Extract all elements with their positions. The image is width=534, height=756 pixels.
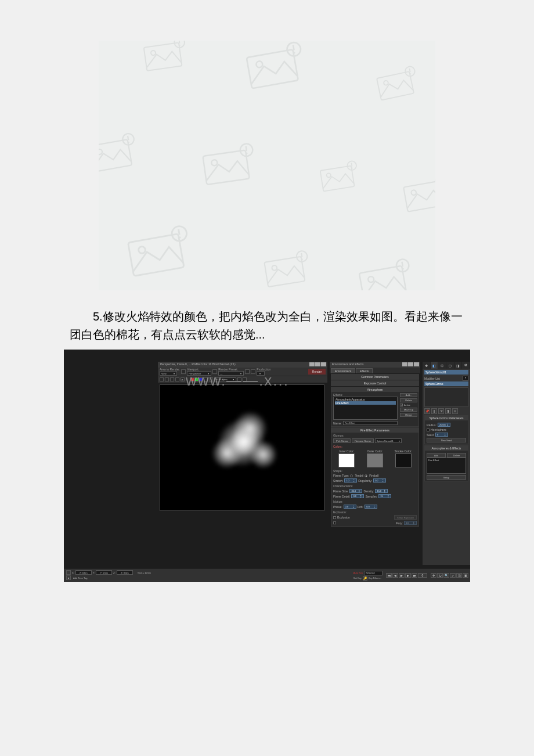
- minimize-icon[interactable]: [402, 362, 407, 366]
- save-image-icon[interactable]: [160, 377, 164, 381]
- transform-type-in-icon[interactable]: [66, 570, 71, 575]
- explosion-checkbox[interactable]: [333, 516, 336, 519]
- smoke-checkbox[interactable]: [333, 521, 336, 524]
- rollout-atmosphere[interactable]: Atmosphere: [331, 387, 418, 392]
- add-time-tag-label[interactable]: Add Time Tag: [73, 577, 87, 579]
- svg-point-1: [150, 51, 156, 56]
- rollout-sphere-gizmo-parameters[interactable]: Sphere Gizmo Parameters: [425, 416, 468, 420]
- tab-motion-icon[interactable]: ◷: [446, 362, 454, 369]
- tab-display-icon[interactable]: ◨: [454, 362, 463, 369]
- setup-atmos-button[interactable]: Setup: [427, 475, 466, 480]
- characteristics-label: Characteristics:: [333, 484, 417, 488]
- setup-explosion-button[interactable]: Setup Explosion: [394, 515, 417, 520]
- gizmo-dropdown[interactable]: SphereGizmo01▾: [375, 438, 402, 443]
- rollout-exposure-control[interactable]: Exposure Control: [331, 381, 418, 386]
- radio-tendril[interactable]: [350, 474, 353, 477]
- coord-y-input[interactable]: Y: 0.0m: [96, 570, 112, 575]
- density-spinner[interactable]: 15.0▴▾: [375, 489, 388, 493]
- seed-spinner[interactable]: 0▴▾: [435, 433, 448, 437]
- tab-modify-icon[interactable]: ◧: [431, 362, 439, 369]
- autokey-button[interactable]: Auto Key: [353, 571, 363, 574]
- play-icon[interactable]: ▶: [399, 573, 405, 578]
- samples-spinner[interactable]: 15▴▾: [378, 494, 391, 498]
- goto-start-icon[interactable]: ⏮: [386, 573, 392, 578]
- print-image-icon[interactable]: [175, 377, 179, 381]
- delete-effect-button[interactable]: Delete: [400, 398, 417, 402]
- copy-image-icon[interactable]: [165, 377, 169, 381]
- hemisphere-checkbox[interactable]: [427, 429, 430, 431]
- clone-frame-icon[interactable]: [170, 377, 174, 381]
- tab-effects[interactable]: Effects: [356, 368, 373, 373]
- show-end-result-icon[interactable]: ||: [431, 408, 437, 414]
- arc-rotate-icon[interactable]: ⭮: [437, 573, 443, 578]
- atmosphere-effects-list[interactable]: AtmosphericApparatus Fire Effect: [333, 397, 398, 420]
- pick-gizmo-button[interactable]: Pick Gizmo: [333, 438, 351, 443]
- active-checkbox[interactable]: [400, 404, 403, 406]
- setkey-icon[interactable]: 🔑: [363, 576, 367, 581]
- tab-hierarchy-icon[interactable]: ⌬: [438, 362, 446, 369]
- pan-view-icon[interactable]: ✥: [431, 573, 436, 578]
- stretch-spinner[interactable]: 1.0▴▾: [344, 478, 357, 483]
- render-window-titlebar[interactable]: Perspective, frame 0, ... RGBA Color 16 …: [158, 362, 327, 368]
- remove-modifier-icon[interactable]: 🗑: [445, 408, 451, 414]
- close-icon[interactable]: [414, 362, 419, 366]
- moveup-button[interactable]: Move Up: [400, 408, 417, 412]
- pin-stack-icon[interactable]: 📌: [424, 408, 430, 414]
- minimize-icon[interactable]: [309, 362, 315, 366]
- phase-spinner[interactable]: 0.0▴▾: [344, 505, 356, 509]
- flame-detail-spinner[interactable]: 3.0▴▾: [351, 494, 364, 498]
- zoom-all-icon[interactable]: ⤢: [450, 573, 456, 578]
- make-unique-icon[interactable]: ∀: [438, 408, 444, 414]
- maximize-viewport-icon[interactable]: ▣: [463, 573, 468, 578]
- next-frame-icon[interactable]: ▶: [405, 573, 411, 578]
- maximize-icon[interactable]: [408, 362, 413, 366]
- merge-button[interactable]: Merge: [400, 413, 417, 417]
- rollout-common-parameters[interactable]: Common Parameters: [331, 375, 418, 379]
- field-of-view-icon[interactable]: ◫: [456, 573, 462, 578]
- clear-image-icon[interactable]: ✕: [181, 377, 185, 381]
- coord-x-input[interactable]: X: 0.0m: [75, 570, 92, 575]
- modifier-stack-item[interactable]: SphereGizmo: [424, 381, 468, 386]
- modifier-stack-area[interactable]: [424, 387, 468, 407]
- current-frame-input[interactable]: 0: [418, 573, 427, 578]
- tab-create-icon[interactable]: ✚: [423, 362, 431, 369]
- maximize-icon[interactable]: [315, 362, 320, 366]
- zoom-icon[interactable]: 🔍: [443, 573, 449, 578]
- goto-end-icon[interactable]: ⏭: [412, 573, 417, 578]
- fury-spinner[interactable]: 1.0▴▾: [404, 521, 417, 525]
- configure-modifier-icon[interactable]: ≡: [452, 408, 458, 414]
- autokey-mode-dropdown[interactable]: Selected: [364, 571, 383, 575]
- coord-z-input[interactable]: Z: 0.0m: [117, 570, 133, 575]
- effect-name-input[interactable]: Fire Effect: [343, 421, 398, 425]
- object-name-field[interactable]: SphereGizmo01: [424, 370, 468, 375]
- tab-utilities-icon[interactable]: 🛠: [462, 362, 470, 369]
- env-window-titlebar[interactable]: Environment and Effects: [330, 362, 420, 368]
- atmos-effects-list[interactable]: Fire Effect: [427, 458, 466, 474]
- effect-item-fire[interactable]: Fire Effect: [335, 401, 396, 405]
- add-effect-button[interactable]: Add...: [400, 393, 417, 397]
- rollout-atmospheres-effects[interactable]: Atmospheres & Effects: [425, 446, 468, 451]
- smoke-color-swatch[interactable]: [395, 453, 412, 467]
- new-seed-button[interactable]: New Seed: [427, 438, 466, 442]
- modifier-list-dropdown[interactable]: ▾: [463, 376, 468, 381]
- outer-color-swatch[interactable]: [367, 453, 383, 467]
- rollout-fire-effect-parameters[interactable]: Fire Effect Parameters: [331, 428, 418, 433]
- image-warning-icon: [399, 171, 435, 218]
- keyfilters-button[interactable]: Key Filters...: [369, 577, 381, 579]
- setkey-button[interactable]: Set Key: [353, 577, 362, 579]
- radio-fireball[interactable]: [365, 474, 367, 477]
- close-icon[interactable]: [321, 362, 326, 366]
- flame-size-spinner[interactable]: 35.0▴▾: [349, 489, 362, 493]
- script-listener-icon[interactable]: ▸: [66, 575, 71, 580]
- remove-gizmo-button[interactable]: Remove Gizmo: [352, 438, 374, 443]
- add-atmos-button[interactable]: Add: [427, 453, 446, 458]
- area-to-render-dropdown[interactable]: View▾: [160, 371, 177, 376]
- render-button[interactable]: Render: [308, 369, 326, 375]
- inner-color-swatch[interactable]: [338, 453, 355, 467]
- radius-spinner[interactable]: 20.0m▴▾: [438, 423, 450, 427]
- prev-frame-icon[interactable]: ◀: [392, 573, 398, 578]
- drift-spinner[interactable]: 0.0▴▾: [365, 505, 377, 509]
- tab-environment[interactable]: Environment: [331, 368, 355, 373]
- delete-atmos-button[interactable]: Delete: [447, 453, 466, 458]
- regularity-spinner[interactable]: 0.2▴▾: [373, 478, 386, 483]
